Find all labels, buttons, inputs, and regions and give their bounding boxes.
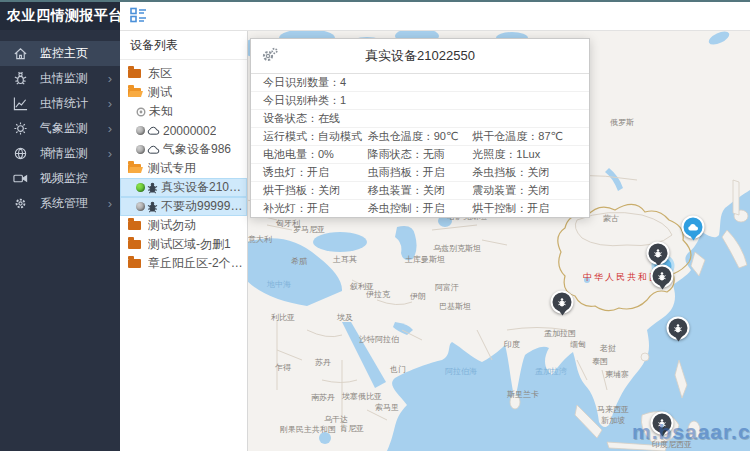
device-list-toggle-icon[interactable] xyxy=(130,7,147,23)
map-label: 罗马尼亚 xyxy=(293,224,325,235)
sidebar-item-label: 监控主页 xyxy=(40,45,88,62)
map-label: 俄罗斯 xyxy=(610,117,634,128)
chevron-right-icon: › xyxy=(108,72,112,85)
settings-gear-icon[interactable] xyxy=(261,47,278,66)
sidebar-item-moisture[interactable]: 墒情监测› xyxy=(0,141,120,166)
sidebar-item-home[interactable]: 监控主页 xyxy=(0,41,120,66)
sidebar-item-label: 气象监测 xyxy=(40,120,88,137)
sidebar-item-chart[interactable]: 虫情统计› xyxy=(0,91,120,116)
device-group[interactable]: 章丘阳丘区-2个摄像头 xyxy=(120,254,247,273)
device-label: 真实设备21022550 xyxy=(161,179,247,196)
sidebar: 农业四情测报平台 监控主页虫情监测›虫情统计›气象监测›墒情监测›视频监控系统管… xyxy=(0,0,120,451)
device-group[interactable]: 东区 xyxy=(120,64,247,83)
device-group[interactable]: 测试专用 xyxy=(120,159,247,178)
folder-closed-icon xyxy=(128,221,141,230)
device-tree-item[interactable]: 20000002 xyxy=(120,121,247,140)
popup-header: 真实设备21022550 xyxy=(251,39,589,74)
sidebar-item-video[interactable]: 视频监控 xyxy=(0,166,120,191)
device-popup: 真实设备21022550 今日识别数量：4今日识别种类：1设备状态：在线运行模式… xyxy=(250,38,590,218)
map-label: 缅甸 xyxy=(570,339,586,350)
popup-field: 今日识别数量：4 xyxy=(263,75,577,90)
device-marker-bug[interactable] xyxy=(551,291,574,314)
status-dot-gray xyxy=(136,126,145,135)
device-label: 测试专用 xyxy=(148,160,196,177)
popup-row: 电池电量：0%降雨状态：无雨光照度：1Lux xyxy=(251,146,589,164)
map-label: 肯尼亚 xyxy=(340,423,364,434)
bug-icon xyxy=(13,71,28,86)
popup-field: 电池电量：0% xyxy=(263,147,368,162)
map-label: 伊拉克 xyxy=(366,289,390,300)
map-label: 也门 xyxy=(390,364,406,375)
popup-row: 今日识别数量：4 xyxy=(251,74,589,92)
map-label: 土库曼斯坦 xyxy=(405,254,445,265)
popup-field: 震动装置：关闭 xyxy=(472,183,577,198)
device-label: 测试 xyxy=(148,84,172,101)
map-label: 乌兹别克斯坦 xyxy=(433,243,481,254)
map-label: 伊朗 xyxy=(410,291,426,302)
popup-body: 今日识别数量：4今日识别种类：1设备状态：在线运行模式：自动模式杀虫仓温度：90… xyxy=(251,74,589,217)
gear-icon xyxy=(13,196,28,211)
popup-field: 烘干挡板：关闭 xyxy=(263,183,368,198)
map-label: 蒙古 xyxy=(603,213,619,224)
popup-field: 运行模式：自动模式 xyxy=(263,129,368,144)
chevron-right-icon: › xyxy=(108,122,112,135)
map-label: 苏丹 xyxy=(315,357,331,368)
device-marker-bug[interactable] xyxy=(651,265,674,288)
device-group[interactable]: 测试勿动 xyxy=(120,216,247,235)
sidebar-menu: 监控主页虫情监测›虫情统计›气象监测›墒情监测›视频监控系统管理› xyxy=(0,30,120,216)
map-label: 阿拉伯海 xyxy=(445,366,477,377)
map-label: 斯里兰卡 xyxy=(507,389,539,400)
device-tree-item[interactable]: 不要动99999999 xyxy=(120,197,247,216)
sidebar-item-bug[interactable]: 虫情监测› xyxy=(0,66,120,91)
device-label: 未知 xyxy=(149,103,173,120)
device-marker-bug[interactable] xyxy=(667,317,690,340)
weather-icon xyxy=(13,121,28,136)
popup-row: 诱虫灯：开启虫雨挡板：开启杀虫挡板：关闭 xyxy=(251,164,589,182)
popup-field: 烘干控制：开启 xyxy=(472,201,577,216)
map-label: 沙特阿拉伯 xyxy=(359,334,399,345)
sidebar-item-weather[interactable]: 气象监测› xyxy=(0,116,120,141)
map-label: 希腊 xyxy=(291,256,307,267)
folder-closed-icon xyxy=(128,259,141,268)
popup-row: 运行模式：自动模式杀虫仓温度：90℃烘干仓温度：87℃ xyxy=(251,128,589,146)
map-label: 埃及 xyxy=(337,312,353,323)
map-label: 乍得 xyxy=(275,362,291,373)
popup-field: 杀虫控制：开启 xyxy=(368,201,473,216)
map-label: 南苏丹 xyxy=(311,392,335,403)
sidebar-item-label: 墒情监测 xyxy=(40,145,88,162)
device-tree-item[interactable]: 未知 xyxy=(120,102,247,121)
device-marker-bug[interactable] xyxy=(647,242,670,265)
device-tree-item[interactable]: 真实设备21022550 xyxy=(120,178,247,197)
sidebar-item-label: 虫情监测 xyxy=(40,70,88,87)
map-label: 埃塞俄比亚 xyxy=(342,391,382,402)
popup-field: 降雨状态：无雨 xyxy=(368,147,473,162)
device-group[interactable]: 测试 xyxy=(120,83,247,102)
popup-title: 真实设备21022550 xyxy=(278,47,562,65)
map-label: 老挝 xyxy=(600,343,616,354)
device-label: 测试勿动 xyxy=(148,217,196,234)
app-root: 农业四情测报平台 监控主页虫情监测›虫情统计›气象监测›墒情监测›视频监控系统管… xyxy=(0,0,750,451)
popup-field: 烘干仓温度：87℃ xyxy=(472,129,577,144)
folder-closed-icon xyxy=(128,69,141,78)
device-group[interactable]: 测试区域-勿删1 xyxy=(120,235,247,254)
chevron-right-icon: › xyxy=(108,197,112,210)
device-tree-item[interactable]: 气象设备986 xyxy=(120,140,247,159)
status-dot-gray xyxy=(136,202,145,211)
map-label: 马来西亚 xyxy=(597,404,629,415)
map-label: 孟加拉湾 xyxy=(535,366,567,377)
map-label: 阿富汗 xyxy=(435,282,459,293)
sidebar-item-label: 视频监控 xyxy=(40,170,88,187)
map-label: 孟加拉国 xyxy=(544,328,576,339)
beacon-icon xyxy=(136,107,146,117)
popup-row: 补光灯：开启杀虫控制：开启烘干控制：开启 xyxy=(251,200,589,217)
popup-field: 今日识别种类：1 xyxy=(263,93,577,108)
popup-field: 移虫装置：关闭 xyxy=(368,183,473,198)
chevron-right-icon: › xyxy=(108,147,112,160)
map-label: 泰国 xyxy=(592,356,608,367)
popup-row: 烘干挡板：关闭移虫装置：关闭震动装置：关闭 xyxy=(251,182,589,200)
popup-field: 虫雨挡板：开启 xyxy=(368,165,473,180)
sidebar-item-gear[interactable]: 系统管理› xyxy=(0,191,120,216)
map-label: 利比亚 xyxy=(271,312,295,323)
device-marker-weather[interactable] xyxy=(682,216,705,239)
popup-field: 杀虫仓温度：90℃ xyxy=(368,129,473,144)
